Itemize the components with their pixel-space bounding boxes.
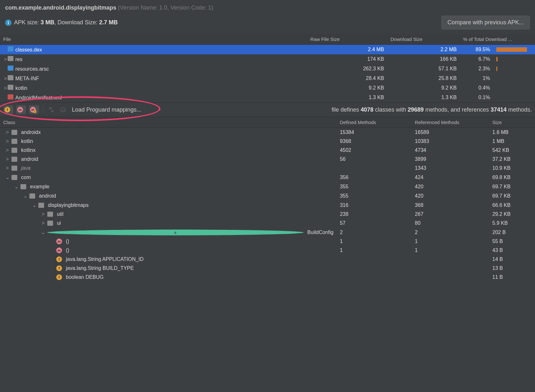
node-size: 14 B xyxy=(489,255,535,264)
referenced-methods: 420 xyxy=(412,191,489,200)
raw-size: 9.2 KB xyxy=(307,83,387,93)
col-class[interactable]: Class xyxy=(0,117,337,128)
package-icon xyxy=(47,212,53,217)
node-size: 55 B xyxy=(489,237,535,246)
class-row[interactable]: >ui57805.9 KB xyxy=(0,219,535,228)
class-row[interactable]: ⌄displayingbitmaps31636866.6 KB xyxy=(0,200,535,210)
load-proguard-button[interactable]: Load Proguard mappings... xyxy=(70,106,141,113)
download-size: 166 KB xyxy=(387,54,460,64)
expand-icon[interactable]: > xyxy=(3,76,8,82)
filter-fields-button[interactable]: f xyxy=(3,105,13,114)
defined-methods: 9368 xyxy=(337,137,412,146)
node-size: 69.7 KB xyxy=(489,191,535,200)
pct-download: 1% xyxy=(460,74,493,83)
node-name: () xyxy=(66,239,69,244)
file-name: resources.arsc xyxy=(15,66,49,72)
file-name: kotlin xyxy=(15,85,27,91)
class-row[interactable]: >kotlinx45024734542 KB xyxy=(0,146,535,155)
class-row[interactable]: >androidx15384165891.6 MB xyxy=(0,128,535,137)
download-size: 57.1 KB xyxy=(387,64,460,74)
pct-download: 6.7% xyxy=(460,54,493,64)
expand-icon[interactable]: ⌄ xyxy=(32,202,36,208)
expand-icon[interactable]: > xyxy=(41,211,45,217)
expand-icon[interactable]: > xyxy=(5,138,10,144)
class-row[interactable]: ⌄example35542069.7 KB xyxy=(0,182,535,191)
class-row[interactable]: >m()1143 B xyxy=(0,246,535,255)
pct-bar xyxy=(496,57,527,61)
class-row[interactable]: >android56389937.2 KB xyxy=(0,155,535,164)
file-row[interactable]: >META-INF28.4 KB25.8 KB1% xyxy=(0,74,535,83)
file-name: AndroidManifest.xml xyxy=(15,95,62,100)
node-size: 29.2 KB xyxy=(489,210,535,219)
node-size: 542 KB xyxy=(489,146,535,155)
class-row[interactable]: >fjava.lang.String APPLICATION_ID14 B xyxy=(0,255,535,264)
expand-icon[interactable]: > xyxy=(41,220,45,226)
pct-download: 0.1% xyxy=(460,93,493,102)
node-size: 13 B xyxy=(489,264,535,273)
node-name: displayingbitmaps xyxy=(48,202,89,208)
dex-toolbar: f m f m a.b Load Proguard mappings... fi… xyxy=(0,102,535,117)
package-icon xyxy=(29,193,35,199)
defined-methods: 2 xyxy=(337,228,412,237)
expand-icon[interactable]: > xyxy=(5,147,10,153)
expand-tree-button[interactable] xyxy=(47,106,56,114)
expand-icon[interactable]: ⌄ xyxy=(5,174,10,180)
expand-icon[interactable]: > xyxy=(5,129,10,135)
download-size: 1.3 KB xyxy=(387,93,460,102)
col-file[interactable]: File xyxy=(0,34,307,45)
expand-icon[interactable]: > xyxy=(3,85,8,91)
class-row[interactable]: >fjava.lang.String BUILD_TYPE13 B xyxy=(0,264,535,273)
node-name: util xyxy=(57,211,63,217)
col-size[interactable]: Size xyxy=(489,117,535,128)
file-row[interactable]: >classes.dex2.4 MB2.2 MB89.5% xyxy=(0,45,535,55)
referenced-methods: 1 xyxy=(412,237,489,246)
node-size: 69.7 KB xyxy=(489,182,535,191)
filter-methods-button[interactable]: m xyxy=(16,105,26,114)
col-raw-size[interactable]: Raw File Size xyxy=(307,34,387,45)
method-icon: m xyxy=(56,247,62,253)
class-row[interactable]: ⌄cBuildConfig22202 B xyxy=(0,228,535,237)
defined-methods: 56 xyxy=(337,155,412,164)
file-row[interactable]: >AndroidManifest.xml1.3 KB1.3 KB0.1% xyxy=(0,93,535,102)
referenced-methods: 420 xyxy=(412,182,489,191)
node-size: 202 B xyxy=(489,228,535,237)
expand-icon[interactable]: > xyxy=(5,165,10,171)
file-row[interactable]: >kotlin9.2 KB9.2 KB0.4% xyxy=(0,83,535,93)
class-row[interactable]: >java134310.9 KB xyxy=(0,164,535,173)
col-defined-methods[interactable]: Defined Methods xyxy=(337,117,412,128)
package-icon xyxy=(38,203,44,208)
class-row[interactable]: >kotlin9368103831 MB xyxy=(0,137,535,146)
col-referenced-methods[interactable]: Referenced Methods xyxy=(412,117,489,128)
filter-referenced-button[interactable]: f m xyxy=(29,105,39,114)
class-row[interactable]: ⌄com35642469.8 KB xyxy=(0,173,535,182)
raw-size: 174 KB xyxy=(307,54,387,64)
defined-methods: 355 xyxy=(337,182,412,191)
node-name: ui xyxy=(57,220,61,226)
package-icon xyxy=(12,139,17,144)
node-name: boolean DEBUG xyxy=(66,274,104,280)
class-row[interactable]: >fboolean DEBUG11 B xyxy=(0,273,535,282)
pct-bar xyxy=(496,86,527,90)
deobfuscate-button[interactable]: a.b xyxy=(58,106,67,114)
package-icon xyxy=(12,148,17,153)
referenced-methods xyxy=(412,273,489,282)
col-download-size[interactable]: Download Size xyxy=(387,34,460,45)
class-row[interactable]: >m()1155 B xyxy=(0,237,535,246)
expand-icon[interactable]: ⌄ xyxy=(41,229,45,235)
svg-text:a.b: a.b xyxy=(62,109,66,112)
class-icon: c xyxy=(47,230,304,235)
field-icon: f xyxy=(56,256,62,262)
file-row[interactable]: >res174 KB166 KB6.7% xyxy=(0,54,535,64)
raw-size: 28.4 KB xyxy=(307,74,387,83)
expand-icon[interactable]: > xyxy=(3,57,8,62)
col-pct-download[interactable]: % of Total Download ... xyxy=(460,34,535,45)
expand-icon[interactable]: > xyxy=(5,156,10,162)
defined-methods: 355 xyxy=(337,191,412,200)
class-row[interactable]: >util23826729.2 KB xyxy=(0,210,535,219)
class-row[interactable]: ⌄android35542069.7 KB xyxy=(0,191,535,200)
file-name: classes.dex xyxy=(15,47,42,52)
file-row[interactable]: >resources.arsc262.3 KB57.1 KB2.3% xyxy=(0,64,535,74)
compare-apk-button[interactable]: Compare with previous APK... xyxy=(441,16,530,29)
expand-icon[interactable]: ⌄ xyxy=(23,193,27,199)
expand-icon[interactable]: ⌄ xyxy=(14,184,19,190)
